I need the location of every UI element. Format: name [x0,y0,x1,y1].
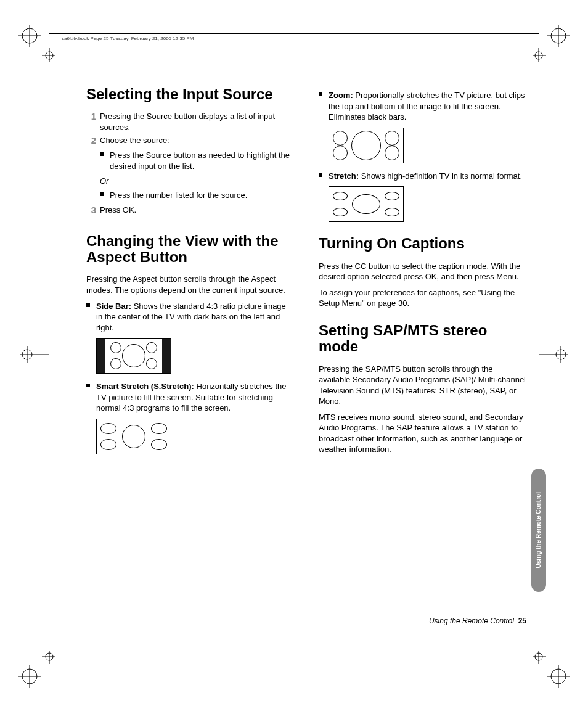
heading-sap-mts: Setting SAP/MTS stereo mode [319,322,526,355]
step-number: 3 [86,205,96,216]
bullet-text: Press the number listed for the source. [110,190,247,201]
heading-captions: Turning On Captions [319,236,526,252]
page-number: 25 [518,617,526,625]
header-rule [49,33,539,34]
step-number: 2 [86,135,96,146]
step-text: Pressing the Source button displays a li… [100,111,294,133]
bullet-icon [319,92,322,96]
bullet-icon [100,152,104,156]
crop-mark-icon [533,651,570,688]
bullet-text: Smart Stretch (S.Stretch): Horizontally … [96,381,294,414]
paragraph: Pressing the Aspect button scrolls throu… [86,274,294,295]
aspect-diagram-stretch [329,186,404,222]
aspect-diagram-zoom [329,128,404,163]
bullet-icon [319,173,322,177]
bullet-text: Press the Source button as needed to hig… [110,150,294,171]
heading-aspect: Changing the View with the Aspect Button [86,233,294,266]
bullet-icon [86,303,90,307]
crop-mark-icon [539,342,570,367]
paragraph: MTS receives mono sound, stereo sound, a… [319,412,526,455]
crop-mark-icon [18,651,55,688]
header-meta: sa6ldtv.book Page 25 Tuesday, February 2… [62,36,194,43]
crop-mark-icon [18,342,49,367]
aspect-diagram-sidebar [96,338,171,374]
aspect-diagram-sstretch [96,419,171,454]
section-tab: Using the Remote Control [531,469,546,592]
bullet-icon [86,384,90,387]
step-text: Press OK. [100,205,294,216]
paragraph: Press the CC button to select the captio… [319,261,526,282]
or-text: Or [100,176,294,187]
right-column: Zoom: Proportionally stretches the TV pi… [319,86,526,462]
left-column: Selecting the Input Source 1Pressing the… [86,86,294,462]
bullet-text: Stretch: Shows high-definition TV in its… [329,171,522,182]
footer: Using the Remote Control 25 [429,616,526,626]
crop-mark-icon [18,25,55,62]
paragraph: Pressing the SAP/MTS button scrolls thro… [319,364,526,407]
step-text: Choose the source: [100,135,294,146]
bullet-text: Zoom: Proportionally stretches the TV pi… [329,90,526,123]
footer-section: Using the Remote Control [429,617,514,625]
heading-input-source: Selecting the Input Source [86,86,294,102]
step-number: 1 [86,111,96,133]
crop-mark-icon [533,25,570,62]
bullet-text: Side Bar: Shows the standard 4:3 ratio p… [96,301,294,334]
bullet-icon [100,192,104,196]
paragraph: To assign your preferences for captions,… [319,287,526,309]
